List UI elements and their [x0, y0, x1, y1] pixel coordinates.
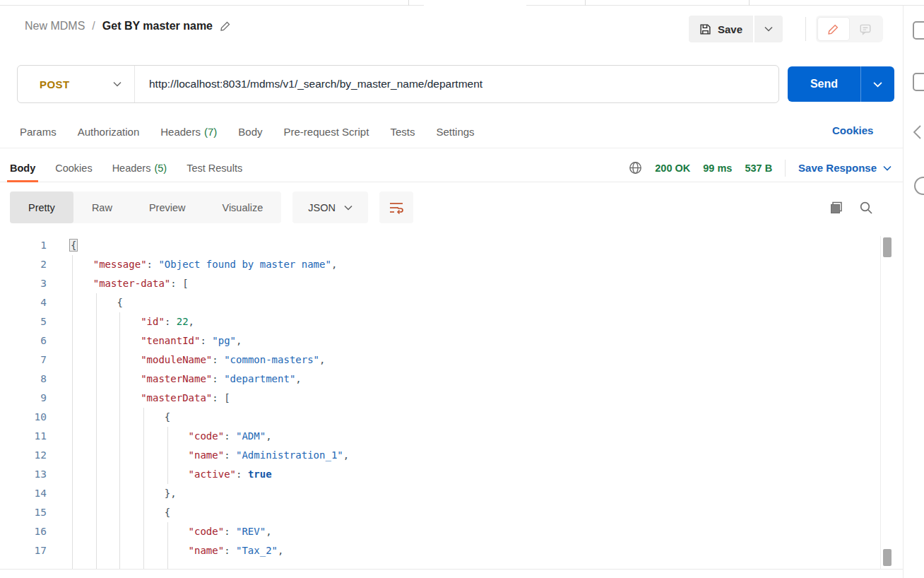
save-cluster: Save: [689, 16, 783, 42]
edit-mode-button[interactable]: [818, 18, 849, 40]
tab-separator: [749, 0, 750, 6]
panel-icon[interactable]: [913, 73, 924, 91]
response-toolbar: Pretty Raw Preview Visualize JSON: [10, 191, 893, 223]
code-line: 3 "master-data": [: [0, 274, 879, 293]
url-input[interactable]: http://localhost:8031/mdms/v1/_search/by…: [135, 78, 778, 90]
tab-params[interactable]: Params: [20, 126, 57, 138]
response-tab-headers[interactable]: Headers(5): [112, 154, 167, 182]
circle-icon[interactable]: [914, 177, 924, 195]
request-title[interactable]: Get BY master name: [102, 20, 213, 33]
fold-gutter[interactable]: [47, 370, 69, 389]
url-builder: POST http://localhost:8031/mdms/v1/_sear…: [17, 65, 779, 103]
copy-button[interactable]: [829, 201, 843, 215]
floppy-icon: [699, 23, 711, 35]
code-lines: 1{2 "message": "Object found by master n…: [0, 236, 879, 560]
save-response-button[interactable]: Save Response: [798, 162, 892, 174]
line-number: 1: [0, 236, 47, 255]
response-meta: 200 OK 99 ms 537 B Save Response: [629, 154, 892, 182]
method-selector[interactable]: POST: [18, 66, 134, 102]
pencil-icon: [220, 20, 231, 32]
line-number: 2: [0, 255, 47, 274]
breadcrumb-collection[interactable]: New MDMS: [25, 20, 85, 33]
scrollbar-thumb[interactable]: [883, 549, 892, 566]
tab-body[interactable]: Body: [238, 126, 262, 138]
view-preview[interactable]: Preview: [131, 191, 204, 223]
fold-gutter[interactable]: [47, 312, 69, 331]
editor-scrollbar[interactable]: [880, 236, 892, 569]
wrap-lines-icon: [389, 201, 404, 215]
view-pretty[interactable]: Pretty: [10, 191, 73, 223]
line-number: 14: [0, 484, 47, 503]
fold-gutter[interactable]: [47, 255, 69, 274]
format-selector[interactable]: JSON: [292, 191, 368, 223]
pane-splitter[interactable]: [0, 148, 903, 148]
code-line: 12 "name": "Administration_1",: [0, 446, 879, 465]
fold-gutter[interactable]: [47, 293, 69, 312]
status-badge[interactable]: 200 OK: [655, 163, 690, 174]
response-tab-body[interactable]: Body: [10, 154, 35, 182]
response-tab-test-results[interactable]: Test Results: [186, 154, 242, 182]
response-body-editor[interactable]: 1{2 "message": "Object found by master n…: [0, 236, 879, 569]
save-options-button[interactable]: [754, 16, 783, 42]
rename-request-button[interactable]: [220, 20, 231, 32]
indent-guide: [167, 427, 168, 484]
fold-gutter[interactable]: [47, 389, 69, 408]
fold-gutter[interactable]: [47, 331, 69, 350]
search-button[interactable]: [859, 201, 873, 215]
comment-icon: [859, 23, 872, 35]
tab-pre-request-script[interactable]: Pre-request Script: [284, 126, 369, 138]
fold-gutter[interactable]: [47, 236, 69, 255]
send-options-button[interactable]: [861, 66, 894, 102]
fold-gutter[interactable]: [47, 541, 69, 560]
code-line: 14 },: [0, 484, 879, 503]
workspace-tab-strip: [0, 0, 924, 6]
panel-icon[interactable]: [913, 21, 924, 40]
comments-button[interactable]: [851, 18, 882, 40]
response-tab-cookies[interactable]: Cookies: [55, 154, 92, 182]
line-number: 7: [0, 350, 47, 370]
editor-bottom-border: [0, 569, 903, 570]
fold-gutter[interactable]: [47, 522, 69, 541]
fold-gutter[interactable]: [47, 427, 69, 446]
indent-guide: [167, 522, 168, 569]
fold-gutter[interactable]: [47, 408, 69, 427]
wrap-lines-button[interactable]: [379, 191, 413, 223]
response-header: Body Cookies Headers(5) Test Results 200…: [0, 154, 903, 182]
tab-authorization[interactable]: Authorization: [78, 126, 140, 138]
line-number: 3: [0, 274, 47, 293]
line-number: 17: [0, 541, 47, 560]
send-button[interactable]: Send: [788, 66, 894, 102]
fold-gutter[interactable]: [47, 350, 69, 370]
code-line: 10 {: [0, 408, 879, 427]
cookies-link[interactable]: Cookies: [832, 124, 873, 136]
chevron-left-icon[interactable]: [912, 124, 922, 140]
line-number: 11: [0, 427, 47, 446]
response-size[interactable]: 537 B: [745, 163, 772, 174]
tab-separator: [585, 0, 586, 6]
line-number: 16: [0, 522, 47, 541]
code-line: 6 "tenantId": "pg",: [0, 331, 879, 350]
save-button[interactable]: Save: [689, 16, 753, 42]
view-visualize[interactable]: Visualize: [203, 191, 281, 223]
scrollbar-thumb[interactable]: [883, 237, 892, 257]
tab-headers[interactable]: Headers(7): [160, 126, 217, 138]
fold-gutter[interactable]: [47, 465, 69, 484]
line-number: 5: [0, 312, 47, 331]
tab-settings[interactable]: Settings: [436, 126, 474, 138]
line-number: 4: [0, 293, 47, 312]
request-tab-bar: Params Authorization Headers(7) Body Pre…: [20, 117, 475, 146]
fold-gutter[interactable]: [47, 484, 69, 503]
view-raw[interactable]: Raw: [73, 191, 131, 223]
fold-gutter[interactable]: [47, 446, 69, 465]
indent-guide: [96, 293, 97, 569]
response-time[interactable]: 99 ms: [703, 163, 732, 174]
copy-icon: [829, 201, 843, 215]
indent-guide: [119, 312, 120, 569]
fold-gutter[interactable]: [47, 274, 69, 293]
globe-icon[interactable]: [629, 161, 642, 175]
tab-tests[interactable]: Tests: [390, 126, 415, 138]
fold-gutter[interactable]: [47, 503, 69, 522]
view-mode-group: Pretty Raw Preview Visualize: [10, 191, 281, 223]
breadcrumb-separator: /: [92, 20, 95, 33]
response-tab-bar: Body Cookies Headers(5) Test Results: [10, 154, 242, 182]
